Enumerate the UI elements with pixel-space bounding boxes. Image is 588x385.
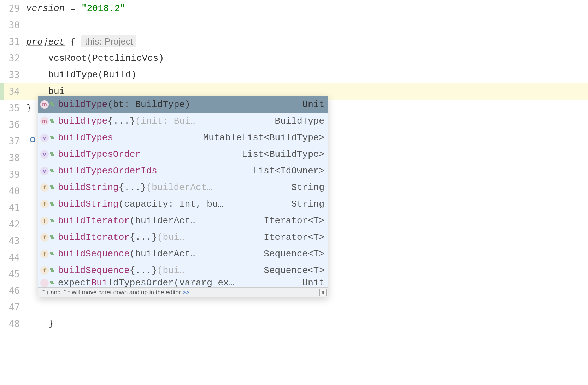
line-marker	[0, 232, 4, 249]
code-line[interactable]: 29version = "2018.2"	[0, 0, 588, 17]
code-line[interactable]: 33 buildType(Build)	[0, 66, 588, 83]
line-marker	[0, 0, 4, 17]
override-gutter-icon[interactable]: O	[30, 135, 36, 144]
line-number: 29	[4, 3, 26, 14]
code-line[interactable]: 47	[0, 299, 588, 315]
code-line[interactable]: 32 vcsRoot(PetclinicVcs)	[0, 50, 588, 66]
function-icon: f	[40, 233, 49, 242]
code-line[interactable]: 31project { this: Project	[0, 33, 588, 50]
code-content[interactable]: }	[26, 319, 588, 329]
completion-partial-hi: Bui	[91, 279, 108, 287]
line-number: 31	[4, 36, 26, 47]
completion-popup[interactable]: mbuildType(bt: BuildType)UnitmbuildType …	[38, 96, 328, 297]
completion-item[interactable]: vbuildTypesMutableList<BuildType>	[38, 129, 328, 146]
code-content[interactable]: version = "2018.2"	[26, 3, 588, 14]
kotlin-icon	[49, 218, 54, 223]
completion-return-type: MutableList<BuildType>	[203, 132, 324, 143]
line-number: 33	[4, 70, 26, 80]
line-number: 41	[4, 202, 26, 213]
completion-item[interactable]: vbuildTypesOrderIdsList<IdOwner>	[38, 162, 328, 179]
method-icon	[40, 279, 49, 287]
function-icon: f	[40, 217, 49, 225]
function-icon: f	[40, 200, 49, 208]
line-number: 46	[4, 285, 26, 296]
kotlin-icon	[49, 135, 54, 140]
completion-item[interactable]: mbuildType(bt: BuildType)Unit	[38, 96, 328, 113]
line-number: 44	[4, 252, 26, 263]
line-marker	[0, 17, 4, 33]
code-content[interactable]: project { this: Project	[26, 36, 588, 47]
variable-icon: v	[40, 167, 49, 175]
variable-icon: v	[40, 134, 49, 142]
function-icon: f	[40, 183, 49, 192]
line-marker	[0, 199, 4, 216]
completion-return-type: String	[291, 182, 324, 193]
method-icon: m	[40, 117, 49, 125]
line-number: 48	[4, 319, 26, 329]
completion-return-type: Iterator<T>	[264, 232, 324, 243]
kotlin-icon	[49, 202, 54, 207]
variable-icon: v	[40, 150, 49, 159]
line-number: 37	[4, 136, 26, 147]
completion-item[interactable]: fbuildIterator {...} (bui…Iterator<T>	[38, 229, 328, 245]
code-editor[interactable]: 29version = "2018.2"3031project { this: …	[0, 0, 588, 385]
code-content[interactable]: buildType(Build)	[26, 70, 588, 80]
kotlin-icon	[49, 251, 54, 256]
kotlin-icon	[49, 185, 54, 190]
completion-return-type: BuildType	[275, 116, 324, 126]
code-line[interactable]: 48 }	[0, 315, 588, 332]
completion-partial-ret: Unit	[302, 279, 324, 287]
line-number: 38	[4, 153, 26, 163]
line-marker	[0, 50, 4, 66]
line-marker	[0, 183, 4, 199]
line-number: 32	[4, 53, 26, 64]
line-number: 42	[4, 219, 26, 230]
line-marker	[0, 282, 4, 299]
line-marker	[0, 216, 4, 232]
completion-return-type: Unit	[302, 99, 324, 110]
code-line[interactable]: 30	[0, 17, 588, 33]
completion-return-type: List<BuildType>	[242, 149, 324, 160]
line-marker	[0, 66, 4, 83]
line-number: 35	[4, 103, 26, 113]
completion-return-type: Iterator<T>	[264, 215, 324, 226]
line-number: 30	[4, 20, 26, 30]
completion-return-type: Sequence<T>	[264, 249, 324, 259]
line-number: 47	[4, 302, 26, 313]
completion-partial-rest: ldTypesOrder(vararg ex…	[107, 279, 234, 287]
completion-item[interactable]: mbuildType {...} (init: Bui…BuildType	[38, 113, 328, 129]
pi-button[interactable]: π	[319, 289, 327, 296]
kotlin-icon	[49, 152, 54, 157]
text-caret	[65, 85, 65, 96]
completion-item[interactable]: fbuildIterator(builderAct…Iterator<T>	[38, 212, 328, 229]
line-marker	[0, 133, 4, 149]
completion-footer: ⌃↓ and ⌃↑ will move caret down and up in…	[38, 287, 328, 297]
completion-item[interactable]: fbuildString(capacity: Int, bu…String	[38, 196, 328, 212]
completion-return-type: String	[291, 199, 324, 209]
line-marker	[0, 83, 4, 100]
line-marker	[0, 149, 4, 166]
line-number: 43	[4, 236, 26, 246]
completion-return-type: Sequence<T>	[264, 265, 324, 276]
inline-hint: this: Project	[81, 35, 136, 47]
completion-partial-pre: expect	[58, 279, 91, 287]
completion-footer-link[interactable]: >>	[182, 289, 189, 296]
kotlin-icon	[49, 168, 54, 173]
function-icon: f	[40, 250, 49, 258]
completion-item[interactable]: fbuildSequence {...} (bui…Sequence<T>	[38, 262, 328, 279]
line-marker	[0, 315, 4, 332]
kotlin-icon	[49, 268, 54, 273]
method-icon: m	[40, 100, 49, 109]
line-marker	[0, 166, 4, 183]
line-number: 39	[4, 169, 26, 180]
line-marker	[0, 299, 4, 315]
code-content[interactable]: vcsRoot(PetclinicVcs)	[26, 53, 588, 64]
line-marker	[0, 116, 4, 133]
completion-return-type: List<IdOwner>	[253, 166, 324, 176]
completion-item[interactable]: fbuildString {...} (builderAct…String	[38, 179, 328, 196]
line-marker	[0, 249, 4, 266]
completion-item[interactable]: fbuildSequence(builderAct…Sequence<T>	[38, 245, 328, 262]
line-marker	[0, 33, 4, 50]
completion-item-partial: expect Bui ldTypesOrder(vararg ex… Unit	[38, 279, 328, 287]
completion-item[interactable]: vbuildTypesOrderList<BuildType>	[38, 146, 328, 162]
